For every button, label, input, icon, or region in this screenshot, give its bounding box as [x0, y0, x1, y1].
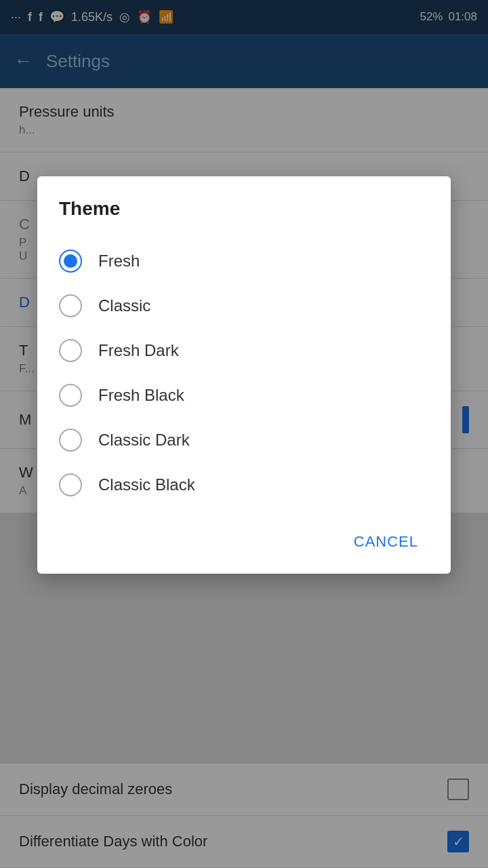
radio-option-classic[interactable]: Classic	[59, 283, 429, 328]
radio-circle-classic-dark	[59, 429, 82, 452]
radio-label-classic-black: Classic Black	[98, 475, 195, 494]
radio-option-fresh-dark[interactable]: Fresh Dark	[59, 328, 429, 373]
radio-circle-classic-black	[59, 473, 82, 496]
radio-option-classic-black[interactable]: Classic Black	[59, 462, 429, 507]
dialog-title: Theme	[59, 198, 429, 220]
dialog-actions: CANCEL	[59, 521, 429, 557]
radio-label-fresh: Fresh	[98, 252, 140, 271]
radio-circle-fresh-black	[59, 384, 82, 407]
radio-circle-fresh	[59, 250, 82, 273]
radio-label-classic: Classic	[98, 296, 150, 315]
radio-option-classic-dark[interactable]: Classic Dark	[59, 418, 429, 462]
radio-inner-fresh	[64, 254, 77, 268]
radio-label-classic-dark: Classic Dark	[98, 431, 190, 450]
cancel-button[interactable]: CANCEL	[343, 526, 429, 557]
radio-option-fresh[interactable]: Fresh	[59, 239, 429, 283]
radio-option-fresh-black[interactable]: Fresh Black	[59, 373, 429, 418]
radio-circle-classic	[59, 294, 82, 317]
radio-options-list: FreshClassicFresh DarkFresh BlackClassic…	[59, 239, 429, 507]
radio-circle-fresh-dark	[59, 339, 82, 362]
theme-dialog: Theme FreshClassicFresh DarkFresh BlackC…	[37, 176, 451, 574]
radio-label-fresh-black: Fresh Black	[98, 386, 184, 405]
radio-label-fresh-dark: Fresh Dark	[98, 341, 179, 360]
